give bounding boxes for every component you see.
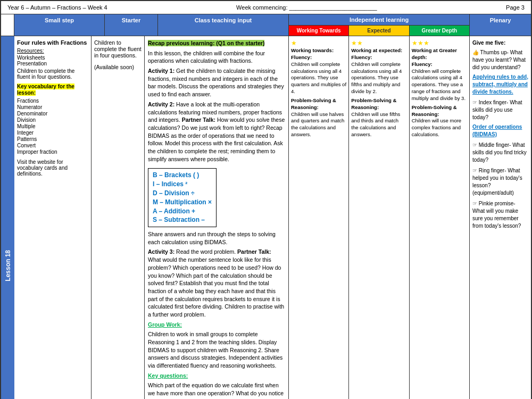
sub-header-working-towards: Working Towards xyxy=(289,26,349,36)
gd-ps: Children will use more complex fractions… xyxy=(412,118,467,138)
recap-label: Recap previous learning: (Q1 on the star… xyxy=(148,40,264,46)
gd-ps-label: Problem-Solving & Reasoning: xyxy=(412,104,467,118)
plenary-middle: ☞ Middle finger- What skills did you fin… xyxy=(472,142,528,164)
independent-columns: ★ Working towards: Fluency: Children wil… xyxy=(289,36,470,399)
wt-label: Working towards: xyxy=(291,47,346,54)
gd-fluency-label: Fluency: xyxy=(412,61,467,68)
column-headers-row: Small step Starter Class teaching input … xyxy=(0,14,532,36)
working-towards-col: ★ Working towards: Fluency: Children wil… xyxy=(289,36,349,399)
vocab-integer: Integer xyxy=(17,130,88,136)
recap-text: In this lesson, the children will combin… xyxy=(148,49,285,65)
small-step-title: Four rules with Fractions xyxy=(17,39,88,46)
vocab-patterns: Patterns xyxy=(17,136,88,142)
activity3: Activity 3: Read the word problem. Partn… xyxy=(148,248,285,318)
gd-fluency: Children will complete calculations usin… xyxy=(412,68,467,102)
key-q-text: Which part of the equation do we calcula… xyxy=(148,381,285,399)
group-work-label: Group Work: xyxy=(148,321,182,328)
expected-col: ★★ Working at expected: Fluency: Childre… xyxy=(349,36,409,399)
plenary-title: Give me five: xyxy=(472,39,528,47)
vocab-multiple: Multiple xyxy=(17,123,88,129)
exp-ps: Children will use fifths and thirds and … xyxy=(351,111,406,138)
plenary-column: Give me five: 👍 Thumbs up- What have you… xyxy=(470,36,531,399)
col-header-plenary: Plenary xyxy=(470,14,531,36)
plenary-pinkie: ☞ Pinkie promise- What will you make sur… xyxy=(472,200,528,230)
wt-fluency-label: Fluency: xyxy=(291,54,346,61)
vocab-division: Division xyxy=(17,117,88,123)
bidmas-box: B – Brackets ( ) I – Indices ² D – Divis… xyxy=(148,168,217,227)
wt-ps-label: Problem-Solving & Reasoning: xyxy=(291,97,346,111)
col-header-starter: Starter xyxy=(105,14,158,36)
bidmas-a: A – Addition + xyxy=(153,207,212,216)
bidmas-b: B – Brackets ( ) xyxy=(153,171,212,180)
col-header-independent: Independent learning Working Towards Exp… xyxy=(289,14,470,36)
main-content: Lesson 18 Four rules with Fractions Reso… xyxy=(0,36,532,399)
wt-ps: Children will use halves and quarters an… xyxy=(291,111,346,138)
vocab-list: Fractions Numerator Denominator Division… xyxy=(17,98,88,155)
greater-depth-col: ★★★ Working at Greater depth: Fluency: C… xyxy=(410,36,469,399)
resource-presentation: Presentation xyxy=(17,61,88,66)
vocab-title: Key vocabulary for the lesson: xyxy=(17,84,74,96)
plenary-ring: ☞ Ring finger- What helped you in today'… xyxy=(472,167,528,197)
lesson-label: Lesson 18 xyxy=(1,36,14,399)
visit-text: Visit the website for vocabulary cards a… xyxy=(17,159,88,177)
vocab-fractions: Fractions xyxy=(17,98,88,104)
sub-header-greater-depth: Greater Depth xyxy=(410,26,469,36)
gd-stars: ★★★ xyxy=(412,39,467,47)
plenary-index: ☞ Index finger- What skills did you use … xyxy=(472,99,528,121)
resource-worksheets: Worksheets xyxy=(17,55,88,61)
starter-text: Children to complete the fluent in four … xyxy=(94,39,142,59)
activity1: Activity 1: Get the children to calculat… xyxy=(148,67,285,98)
share-text: Share answers and run through the steps … xyxy=(148,230,285,246)
bidmas-d: D – Division ÷ xyxy=(153,189,212,198)
header-page: Page 3 xyxy=(506,4,525,11)
activity2: Activity 2: Have a look at the multi-ope… xyxy=(148,101,285,163)
small-step-column: Four rules with Fractions Resources: Wor… xyxy=(14,36,92,399)
bidmas-s: S – Subtraction – xyxy=(153,215,212,225)
gd-label: Working at Greater depth: xyxy=(412,47,467,61)
key-q-label: Key questions: xyxy=(148,372,188,379)
exp-label: Working at expected: xyxy=(351,47,406,54)
wt-stars: ★ xyxy=(291,39,346,47)
starter-column: Children to complete the fluent in four … xyxy=(92,36,145,399)
wt-fluency: Children will complete calculations usin… xyxy=(291,61,346,95)
vocab-numerator: Numerator xyxy=(17,104,88,110)
teaching-column: Recap previous learning: (Q1 on the star… xyxy=(145,36,289,399)
available-soon: Children to complete the fluent in four … xyxy=(17,68,88,80)
plenary-applying: Applying rules to add, subtract, multipl… xyxy=(472,73,528,96)
vocab-denominator: Denominator xyxy=(17,111,88,117)
exp-fluency-label: Fluency: xyxy=(351,54,406,61)
group-work-text: Children to work in small groups to comp… xyxy=(148,330,285,369)
exp-ps-label: Problem-Solving & Reasoning: xyxy=(351,97,406,111)
sub-header-expected: Expected xyxy=(349,26,409,36)
bidmas-i: I – Indices ² xyxy=(153,180,212,189)
col-header-small-step: Small step xyxy=(14,14,105,36)
resources-label: Resources: xyxy=(17,48,88,54)
plenary-thumb: 👍 Thumbs up- What have you learnt? What … xyxy=(472,49,528,71)
page-header: Year 6 – Autumn – Fractions – Week 4 Wee… xyxy=(0,0,532,14)
plenary-order: Order of operations (BIDMAS) xyxy=(472,123,528,138)
starter-available: (Available soon) xyxy=(94,64,142,70)
independent-header-label: Independent learning xyxy=(289,14,469,26)
header-week: Week commencing: _______________________… xyxy=(236,4,377,11)
vocab-improper: Improper fraction xyxy=(17,149,88,155)
vocab-convert: Convert xyxy=(17,143,88,148)
exp-stars: ★★ xyxy=(351,39,406,47)
exp-fluency: Children will complete calculations usin… xyxy=(351,61,406,95)
header-title: Year 6 – Autumn – Fractions – Week 4 xyxy=(7,4,107,11)
bidmas-m: M – Multiplication × xyxy=(153,198,212,207)
col-header-teaching: Class teaching input xyxy=(158,14,289,36)
